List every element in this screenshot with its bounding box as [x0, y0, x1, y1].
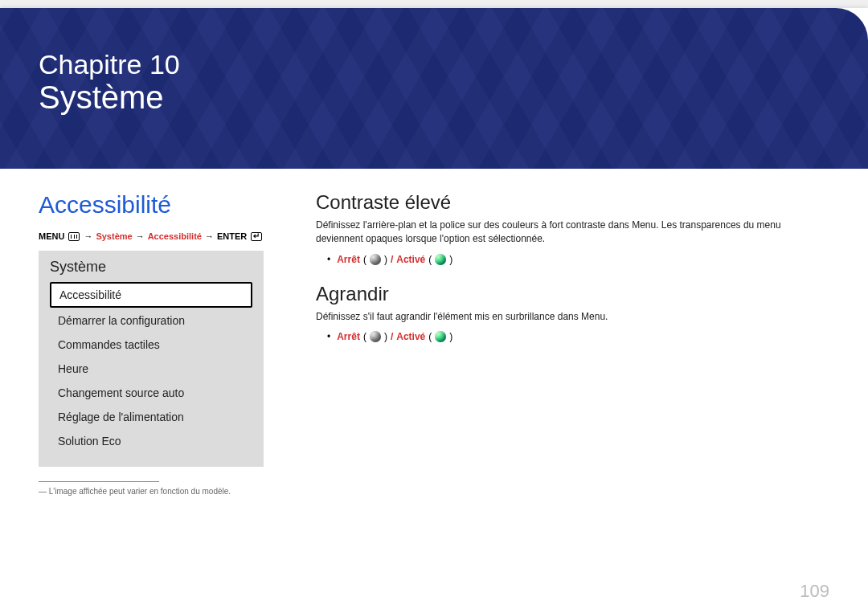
radio-on-icon: [435, 331, 446, 342]
option-sep: /: [391, 331, 393, 342]
paren: ): [449, 331, 452, 342]
menu-item-solution-eco[interactable]: Solution Eco: [50, 430, 252, 452]
page-number: 109: [800, 581, 829, 602]
paren: (: [363, 331, 366, 342]
paren: ): [449, 254, 452, 265]
paren: ): [384, 254, 387, 265]
menu-item-demarrer-config[interactable]: Démarrer la configuration: [50, 309, 252, 332]
menu-item-heure[interactable]: Heure: [50, 358, 252, 380]
heading-contraste: Contraste élevé: [316, 191, 829, 214]
menu-panel: Système Accessibilité Démarrer la config…: [39, 251, 264, 467]
menu-item-accessibilite[interactable]: Accessibilité: [50, 282, 252, 308]
desc-agrandir: Définissez s'il faut agrandir l'élément …: [316, 310, 829, 324]
chapter-banner: Chapitre 10 Système: [0, 8, 868, 169]
option-off-label: Arrêt: [337, 254, 360, 265]
footnote-rule: [39, 481, 159, 482]
paren: (: [428, 254, 432, 265]
chapter-title: Système: [39, 80, 180, 115]
breadcrumb-menu: MENU: [39, 231, 64, 241]
breadcrumb-accessibilite: Accessibilité: [148, 231, 202, 241]
paren: (: [363, 254, 366, 265]
menu-item-reglage-alimentation[interactable]: Réglage de l'alimentation: [50, 406, 252, 428]
heading-agrandir: Agrandir: [316, 283, 829, 305]
right-column: Contraste élevé Définissez l'arrière-pla…: [316, 191, 829, 496]
arrow-icon: →: [205, 231, 214, 241]
radio-off-icon: [370, 331, 381, 342]
option-on-label: Activé: [396, 331, 425, 342]
breadcrumb: MENU → Système → Accessibilité → ENTER: [39, 231, 284, 241]
breadcrumb-systeme: Système: [96, 231, 132, 241]
option-contraste: • Arrêt ( ) / Activé ( ): [327, 254, 829, 265]
breadcrumb-enter: ENTER: [217, 231, 247, 241]
option-sep: /: [391, 254, 393, 265]
radio-on-icon: [435, 254, 446, 265]
arrow-icon: →: [136, 231, 145, 241]
paren: ): [384, 331, 387, 342]
option-off-label: Arrêt: [337, 331, 360, 342]
option-agrandir: • Arrêt ( ) / Activé ( ): [327, 331, 829, 342]
menu-item-changement-source[interactable]: Changement source auto: [50, 382, 252, 404]
page: Chapitre 10 Système Accessibilité MENU →…: [0, 8, 868, 613]
section-title-accessibility: Accessibilité: [39, 191, 284, 219]
radio-off-icon: [370, 254, 381, 265]
paren: (: [428, 331, 432, 342]
menu-panel-title: Système: [50, 259, 252, 276]
chapter-label: Chapitre 10: [39, 50, 180, 80]
arrow-icon: →: [84, 231, 92, 241]
menu-icon: [68, 232, 80, 241]
left-column: Accessibilité MENU → Système → Accessibi…: [39, 191, 316, 496]
desc-contraste: Définissez l'arrière-plan et la police s…: [316, 219, 829, 246]
enter-icon: [251, 232, 262, 241]
footnote: ― L'image affichée peut varier en foncti…: [39, 487, 284, 496]
option-on-label: Activé: [396, 254, 425, 265]
menu-item-commandes-tactiles[interactable]: Commandes tactiles: [50, 333, 252, 356]
